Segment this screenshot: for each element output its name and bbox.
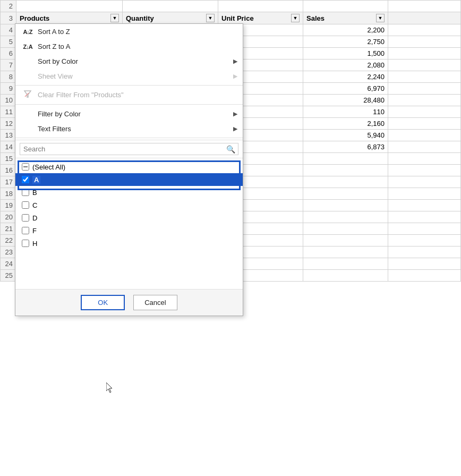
cell-7-e[interactable]	[388, 60, 461, 71]
cell-2-c[interactable]	[218, 1, 303, 12]
cell-10-d[interactable]: 28,480	[303, 95, 388, 106]
header-sales: Sales ▼	[303, 12, 388, 24]
cell-2-d[interactable]	[303, 1, 388, 12]
header-extra	[388, 12, 461, 24]
cell-7-d[interactable]: 2,080	[303, 60, 388, 71]
header-products: Products ▼	[16, 12, 123, 24]
cell-2-a[interactable]	[16, 1, 123, 12]
checkbox-c-input[interactable]	[22, 201, 29, 209]
menu-separator-1	[15, 85, 243, 86]
item-c-label: C	[32, 201, 37, 209]
products-filter-arrow[interactable]: ▼	[110, 14, 119, 22]
checkbox-d-input[interactable]	[22, 214, 29, 222]
menu-sort-az[interactable]: A↓Z Sort A to Z	[15, 24, 243, 39]
cell-5-e[interactable]	[388, 36, 461, 48]
row-num-2: 2	[1, 1, 16, 12]
sort-color-label: Sort by Color	[38, 57, 78, 65]
cell-9-d[interactable]: 6,970	[303, 83, 388, 95]
cell-2-e[interactable]	[388, 1, 461, 12]
za-sort-icon: Z↓A	[22, 42, 33, 50]
checkbox-select-all[interactable]: (Select All)	[15, 160, 243, 173]
filter-buttons: OK Cancel	[15, 289, 243, 316]
sort-color-submenu-arrow: ▶	[233, 58, 237, 65]
checkbox-item-d[interactable]: D	[15, 211, 243, 224]
search-icon: 🔍	[226, 145, 235, 154]
checkbox-select-all-input[interactable]	[22, 163, 29, 171]
cell-5-d[interactable]: 2,750	[303, 36, 388, 48]
sheet-view-label: Sheet View	[38, 72, 73, 80]
cell-8-d[interactable]: 2,240	[303, 71, 388, 83]
menu-sort-za[interactable]: Z↓A Sort Z to A	[15, 39, 243, 54]
item-d-label: D	[32, 214, 37, 222]
row-num-3: 3	[1, 12, 16, 24]
filter-color-submenu-arrow: ▶	[233, 110, 237, 117]
checkbox-f-input[interactable]	[22, 227, 29, 234]
checkbox-a-input[interactable]	[22, 176, 29, 183]
menu-text-filters[interactable]: Text Filters ▶	[15, 121, 243, 136]
ok-button[interactable]: OK	[81, 295, 125, 310]
menu-clear-filter[interactable]: Clear Filter From "Products"	[15, 87, 243, 103]
item-a-label: A	[32, 176, 40, 184]
unitprice-filter-arrow[interactable]: ▼	[291, 14, 300, 22]
cell-12-e[interactable]	[388, 118, 461, 130]
sales-filter-arrow[interactable]: ▼	[376, 14, 385, 22]
cell-8-e[interactable]	[388, 71, 461, 83]
cell-14-d[interactable]: 6,873	[303, 141, 388, 153]
clear-filter-icon	[22, 90, 33, 100]
quantity-filter-arrow[interactable]: ▼	[206, 14, 215, 22]
cell-13-e[interactable]	[388, 130, 461, 141]
checkbox-b-input[interactable]	[22, 189, 29, 196]
item-b-label: B	[32, 189, 37, 197]
cell-6-d[interactable]: 1,500	[303, 48, 388, 60]
text-filters-label: Text Filters	[38, 125, 71, 133]
cell-2-b[interactable]	[123, 1, 218, 12]
checkbox-item-f[interactable]: F	[15, 224, 243, 237]
cell-13-d[interactable]: 5,940	[303, 130, 388, 141]
sort-za-label: Sort Z to A	[38, 42, 70, 50]
item-f-label: F	[32, 227, 37, 235]
menu-separator-3	[15, 138, 243, 138]
cell-9-e[interactable]	[388, 83, 461, 95]
header-quantity: Quantity ▼	[123, 12, 218, 24]
cell-11-e[interactable]	[388, 106, 461, 118]
checkbox-item-c[interactable]: C	[15, 199, 243, 211]
select-all-label: (Select All)	[32, 163, 65, 171]
menu-separator-2	[15, 104, 243, 105]
checkbox-list-empty-space	[15, 250, 243, 287]
search-container: 🔍	[15, 140, 243, 158]
header-unitprice: Unit Price ▼	[218, 12, 303, 24]
filter-dropdown: A↓Z Sort A to Z Z↓A Sort Z to A Sort by …	[15, 23, 243, 316]
search-input[interactable]	[20, 143, 238, 155]
sort-az-label: Sort A to Z	[38, 28, 70, 36]
cell-6-e[interactable]	[388, 48, 461, 60]
cell-12-d[interactable]: 2,160	[303, 118, 388, 130]
checkbox-item-b[interactable]: B	[15, 186, 243, 199]
filter-color-label: Filter by Color	[38, 110, 81, 118]
text-filters-submenu-arrow: ▶	[233, 125, 237, 132]
menu-sort-by-color[interactable]: Sort by Color ▶	[15, 54, 243, 69]
cell-4-e[interactable]	[388, 24, 461, 36]
cell-14-e[interactable]	[388, 141, 461, 153]
menu-filter-by-color[interactable]: Filter by Color ▶	[15, 106, 243, 121]
az-sort-icon: A↓Z	[22, 28, 33, 36]
checkbox-item-h[interactable]: H	[15, 237, 243, 250]
item-h-label: H	[32, 240, 37, 248]
checkbox-list: (Select All) A B C D F	[15, 158, 243, 289]
clear-filter-label: Clear Filter From "Products"	[38, 91, 124, 99]
cell-11-d[interactable]: 110	[303, 106, 388, 118]
menu-sheet-view[interactable]: Sheet View ▶	[15, 69, 243, 83]
cell-10-e[interactable]	[388, 95, 461, 106]
cancel-button[interactable]: Cancel	[133, 295, 177, 310]
sheet-view-submenu-arrow: ▶	[233, 73, 237, 80]
checkbox-item-a[interactable]: A	[15, 173, 243, 186]
checkbox-h-input[interactable]	[22, 240, 29, 247]
cell-4-d[interactable]: 2,200	[303, 24, 388, 36]
